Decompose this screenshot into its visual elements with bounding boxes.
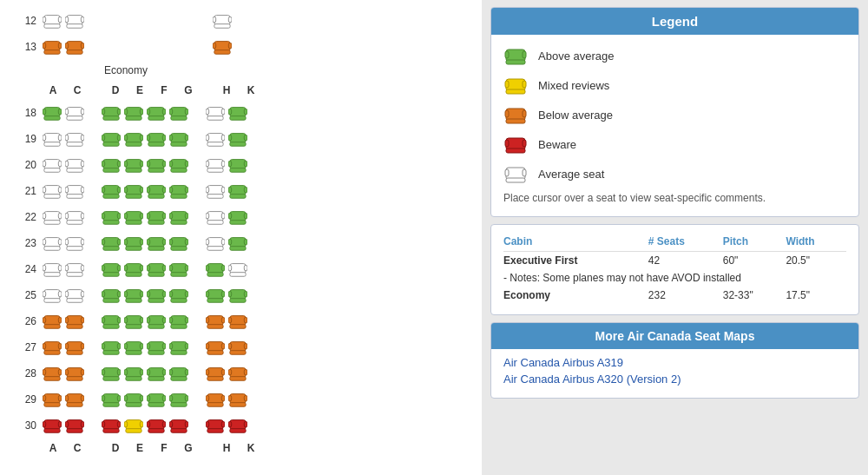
seat[interactable] (101, 311, 122, 332)
seat[interactable] (212, 10, 233, 31)
more-maps-link-a320[interactable]: Air Canada Airbus A320 (Version 2) (503, 373, 846, 386)
seat[interactable] (146, 155, 167, 175)
seat[interactable] (227, 181, 248, 201)
seat[interactable] (42, 259, 62, 280)
seat[interactable] (42, 155, 62, 175)
seat[interactable] (168, 155, 189, 175)
seat[interactable] (42, 181, 62, 201)
seat[interactable] (64, 389, 85, 410)
seat[interactable] (168, 415, 189, 436)
seat[interactable] (42, 389, 62, 410)
seat[interactable] (42, 129, 62, 149)
seat[interactable] (101, 363, 122, 384)
seat[interactable] (123, 285, 144, 306)
seat[interactable] (205, 259, 226, 280)
seat[interactable] (205, 233, 226, 254)
seat[interactable] (101, 389, 122, 410)
seat[interactable] (64, 311, 85, 332)
seat[interactable] (146, 102, 167, 123)
seat[interactable] (101, 233, 122, 254)
seat[interactable] (146, 207, 167, 228)
seat[interactable] (146, 233, 167, 254)
seat[interactable] (123, 363, 144, 384)
seat[interactable] (101, 181, 122, 201)
seat[interactable] (205, 102, 226, 123)
seat[interactable] (168, 207, 189, 228)
seat[interactable] (42, 285, 62, 306)
seat[interactable] (168, 102, 189, 123)
seat[interactable] (42, 233, 62, 254)
seat[interactable] (101, 285, 122, 306)
seat[interactable] (227, 155, 248, 175)
seat[interactable] (168, 337, 189, 358)
seat[interactable] (123, 207, 144, 228)
seat[interactable] (64, 259, 85, 280)
seat[interactable] (42, 36, 62, 57)
seat[interactable] (64, 36, 85, 57)
seat[interactable] (205, 415, 226, 436)
seat[interactable] (146, 129, 167, 149)
seat[interactable] (205, 181, 226, 201)
seat[interactable] (227, 102, 248, 123)
seat[interactable] (168, 233, 189, 254)
seat[interactable] (101, 207, 122, 228)
seat[interactable] (146, 363, 167, 384)
seat[interactable] (146, 415, 167, 436)
seat[interactable] (64, 285, 85, 306)
seat[interactable] (64, 129, 85, 149)
seat[interactable] (101, 102, 122, 123)
seat[interactable] (123, 259, 144, 280)
seat[interactable] (101, 337, 122, 358)
seat[interactable] (64, 233, 85, 254)
seat[interactable] (64, 181, 85, 201)
seat[interactable] (205, 207, 226, 228)
seat[interactable] (64, 337, 85, 358)
seat[interactable] (42, 207, 62, 228)
seat[interactable] (205, 285, 226, 306)
seat[interactable] (123, 233, 144, 254)
seat[interactable] (227, 259, 248, 280)
seat[interactable] (205, 337, 226, 358)
seat[interactable] (101, 155, 122, 175)
seat[interactable] (227, 285, 248, 306)
seat[interactable] (168, 389, 189, 410)
seat[interactable] (64, 363, 85, 384)
seat[interactable] (146, 285, 167, 306)
seat[interactable] (42, 311, 62, 332)
seat[interactable] (42, 415, 62, 436)
seat[interactable] (42, 10, 62, 31)
seat[interactable] (205, 129, 226, 149)
seat[interactable] (64, 415, 85, 436)
seat[interactable] (227, 363, 248, 384)
seat[interactable] (227, 207, 248, 228)
seat[interactable] (168, 129, 189, 149)
seat[interactable] (101, 415, 122, 436)
seat[interactable] (205, 311, 226, 332)
seat[interactable] (227, 233, 248, 254)
seat[interactable] (42, 337, 62, 358)
seat[interactable] (123, 129, 144, 149)
seat[interactable] (123, 102, 144, 123)
seat[interactable] (101, 129, 122, 149)
seat[interactable] (168, 285, 189, 306)
seat[interactable] (64, 10, 85, 31)
seat[interactable] (168, 363, 189, 384)
seat[interactable] (123, 415, 144, 436)
seat[interactable] (64, 155, 85, 175)
seat[interactable] (101, 259, 122, 280)
seat[interactable] (227, 389, 248, 410)
seat[interactable] (212, 36, 233, 57)
seat[interactable] (123, 155, 144, 175)
more-maps-link-a319[interactable]: Air Canada Airbus A319 (503, 356, 846, 369)
seat[interactable] (123, 337, 144, 358)
seat[interactable] (227, 129, 248, 149)
seat[interactable] (205, 363, 226, 384)
seat[interactable] (146, 259, 167, 280)
seat[interactable] (205, 389, 226, 410)
seat[interactable] (64, 207, 85, 228)
seat[interactable] (168, 311, 189, 332)
seat[interactable] (123, 181, 144, 201)
seat[interactable] (146, 181, 167, 201)
seat[interactable] (227, 337, 248, 358)
seat[interactable] (168, 259, 189, 280)
